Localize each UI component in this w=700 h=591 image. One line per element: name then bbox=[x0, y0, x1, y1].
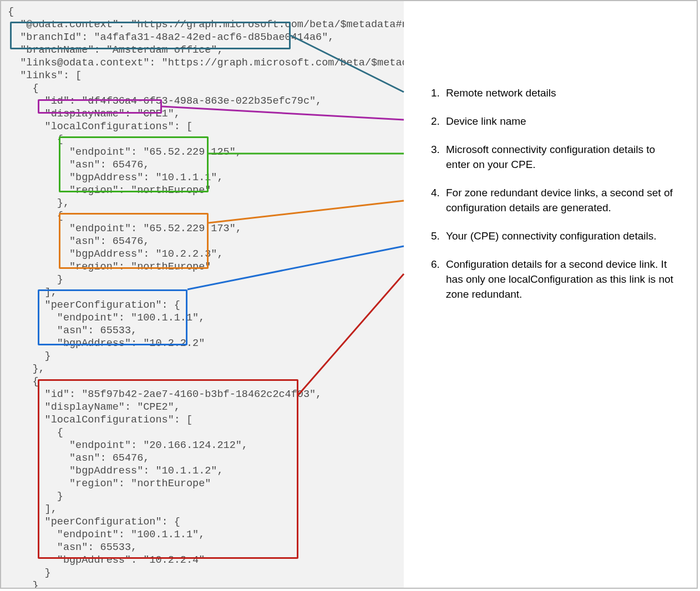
code-line: "peerConfiguration": { bbox=[8, 299, 180, 311]
code-line: "asn": 65533, bbox=[8, 542, 137, 553]
code-line: "asn": 65476, bbox=[8, 236, 149, 247]
code-line: "bgpAddress": "10.2.2.4" bbox=[8, 554, 205, 566]
code-line: "region": "northEurope" bbox=[8, 261, 211, 273]
code-line: "bgpAddress": "10.1.1.1", bbox=[8, 172, 224, 184]
legend-item-5: Your (CPE) connectivity configuration de… bbox=[443, 228, 681, 243]
code-line: { bbox=[8, 427, 63, 439]
json-code: { "@odata.context": "https://graph.micro… bbox=[1, 1, 404, 588]
code-line: } bbox=[8, 274, 63, 286]
code-line: "localConfigurations": [ bbox=[8, 414, 192, 426]
legend-item-1: Remote network details bbox=[443, 85, 681, 100]
code-line: "displayName": "CPE1", bbox=[8, 108, 180, 120]
code-line: "links": [ bbox=[8, 70, 82, 81]
code-line: "bgpAddress": "10.1.1.2", bbox=[8, 465, 224, 477]
code-line: { bbox=[8, 6, 14, 18]
code-line: "endpoint": "20.166.124.212", bbox=[8, 440, 248, 451]
code-line: "asn": 65476, bbox=[8, 159, 149, 171]
code-line: { bbox=[8, 134, 63, 145]
code-line: } bbox=[8, 350, 51, 362]
code-pane: { "@odata.context": "https://graph.micro… bbox=[1, 1, 404, 588]
code-line: "id": "df4f36a4-6f53-498a-863e-022b35efc… bbox=[8, 95, 322, 107]
legend-list: Remote network details Device link name … bbox=[404, 1, 698, 302]
code-line: "bgpAddress": "10.2.2.2" bbox=[8, 338, 205, 349]
code-line: "endpoint": "100.1.1.1", bbox=[8, 529, 205, 541]
code-line: "links@odata.context": "https://graph.mi… bbox=[8, 57, 404, 69]
code-line: } bbox=[8, 580, 39, 588]
code-line: "endpoint": "65.52.229.125", bbox=[8, 146, 242, 158]
code-line: "asn": 65476, bbox=[8, 452, 149, 464]
code-line: "localConfigurations": [ bbox=[8, 121, 192, 133]
code-line: { bbox=[8, 210, 63, 222]
diagram-frame: { "@odata.context": "https://graph.micro… bbox=[0, 0, 698, 589]
code-line: "endpoint": "100.1.1.1", bbox=[8, 312, 205, 324]
legend-pane: Remote network details Device link name … bbox=[404, 1, 698, 302]
legend-item-3: Microsoft connectivity configuration det… bbox=[443, 142, 681, 172]
code-line: "region": "northEurope" bbox=[8, 185, 211, 196]
code-line: } bbox=[8, 491, 63, 502]
code-line: "branchName": "Amsterdam office", bbox=[8, 44, 224, 56]
code-line: "bgpAddress": "10.2.2.3", bbox=[8, 248, 224, 260]
code-line: }, bbox=[8, 197, 69, 209]
code-line: "displayName": "CPE2", bbox=[8, 401, 180, 413]
code-line: "peerConfiguration": { bbox=[8, 516, 180, 528]
code-line: } bbox=[8, 567, 51, 579]
code-line: "asn": 65533, bbox=[8, 325, 137, 337]
code-line: ], bbox=[8, 503, 57, 515]
code-line: }, bbox=[8, 363, 45, 375]
code-line: "id": "85f97b42-2ae7-4160-b3bf-18462c2c4… bbox=[8, 389, 322, 400]
code-line: ], bbox=[8, 287, 57, 298]
code-line: "branchId": "a4fafa31-48a2-42ed-acf6-d85… bbox=[8, 32, 334, 43]
code-line: { bbox=[8, 83, 39, 94]
code-line: { bbox=[8, 376, 39, 388]
code-line: "region": "northEurope" bbox=[8, 478, 211, 490]
code-line: "endpoint": "65.52.229.173", bbox=[8, 223, 242, 235]
legend-item-4: For zone redundant device links, a secon… bbox=[443, 185, 681, 215]
code-line: "@odata.context": "https://graph.microso… bbox=[8, 19, 404, 30]
legend-item-2: Device link name bbox=[443, 114, 681, 129]
legend-item-6: Configuration details for a second devic… bbox=[443, 257, 681, 302]
